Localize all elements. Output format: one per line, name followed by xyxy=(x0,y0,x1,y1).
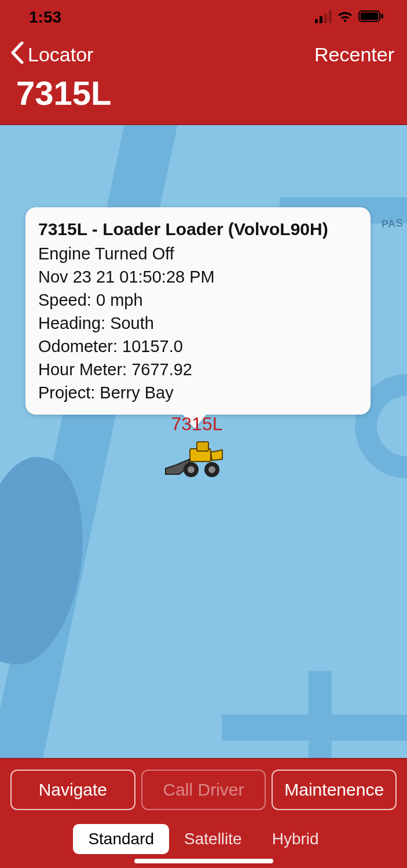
map-mode-hybrid[interactable]: Hybrid xyxy=(257,824,334,854)
bottom-bar: NavigateCall DriverMaintenence StandardS… xyxy=(0,759,407,868)
svg-rect-2 xyxy=(381,14,383,19)
callout-timestamp: Nov 23 21 01:50:28 PM xyxy=(38,265,358,288)
map-mode-segmented[interactable]: StandardSatelliteHybrid xyxy=(73,823,333,855)
call-driver-button: Call Driver xyxy=(141,770,266,810)
maintenence-button[interactable]: Maintenence xyxy=(272,770,397,810)
callout-project: Project: Berry Bay xyxy=(38,381,358,404)
callout-engine: Engine Turned Off xyxy=(38,242,358,265)
svg-rect-4 xyxy=(197,442,208,451)
navigate-button[interactable]: Navigate xyxy=(10,770,135,810)
callout-heading: Heading: South xyxy=(38,312,358,335)
wifi-icon xyxy=(336,8,354,27)
nav-header: Locator Recenter xyxy=(0,35,407,71)
back-button[interactable]: Locator xyxy=(10,42,93,68)
map-mode-standard[interactable]: Standard xyxy=(73,824,169,854)
map-mode-satellite[interactable]: Satellite xyxy=(169,824,257,854)
home-indicator[interactable] xyxy=(134,859,273,863)
status-icons xyxy=(315,8,384,27)
svg-point-8 xyxy=(208,466,215,473)
status-bar: 1:53 xyxy=(0,0,407,35)
marker-label: 7315L xyxy=(171,413,223,435)
action-row: NavigateCall DriverMaintenence xyxy=(10,770,397,810)
map-road-label: PAS xyxy=(382,217,404,231)
map-road xyxy=(309,671,332,758)
page-title: 7315L xyxy=(0,71,407,124)
cellular-icon xyxy=(315,12,332,23)
back-label: Locator xyxy=(28,43,93,66)
map-view[interactable]: PAS 7315L - Loader Loader (VolvoL90H) En… xyxy=(0,124,407,759)
status-time: 1:53 xyxy=(29,8,61,27)
asset-callout[interactable]: 7315L - Loader Loader (VolvoL90H) Engine… xyxy=(25,207,371,415)
svg-rect-1 xyxy=(361,13,379,20)
callout-speed: Speed: 0 mph xyxy=(38,288,358,312)
loader-icon xyxy=(162,438,232,481)
callout-hour-meter: Hour Meter: 7677.92 xyxy=(38,358,358,381)
callout-title: 7315L - Loader Loader (VolvoL90H) xyxy=(38,218,358,241)
battery-icon xyxy=(358,8,384,27)
recenter-button[interactable]: Recenter xyxy=(314,43,394,66)
callout-odometer: Odometer: 10157.0 xyxy=(38,335,358,358)
chevron-left-icon xyxy=(10,42,24,68)
asset-marker[interactable]: 7315L xyxy=(162,413,232,481)
svg-point-6 xyxy=(188,466,195,473)
